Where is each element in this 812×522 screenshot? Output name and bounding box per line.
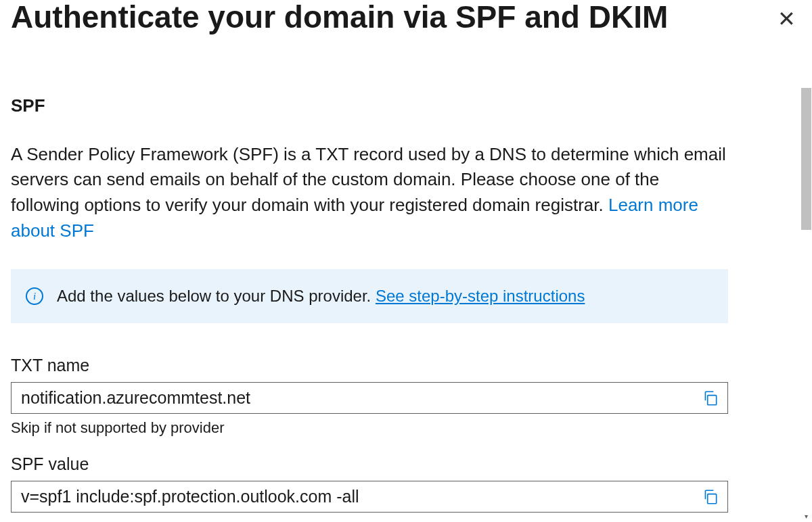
copy-icon bbox=[702, 389, 719, 407]
spf-value-input-row bbox=[11, 481, 728, 513]
spf-description: A Sender Policy Framework (SPF) is a TXT… bbox=[11, 142, 728, 244]
txt-name-field: TXT name Skip if not supported by provid… bbox=[11, 356, 728, 437]
txt-name-input[interactable] bbox=[12, 383, 694, 413]
info-icon: i bbox=[26, 287, 43, 305]
close-button[interactable]: ✕ bbox=[771, 4, 801, 34]
scrollbar-thumb[interactable] bbox=[801, 88, 811, 230]
info-message-content: Add the values below to your DNS provide… bbox=[57, 287, 376, 305]
panel-content: SPF A Sender Policy Framework (SPF) is a… bbox=[11, 95, 728, 513]
spf-value-input[interactable] bbox=[12, 481, 694, 512]
step-by-step-link[interactable]: See step-by-step instructions bbox=[376, 287, 585, 305]
page-title: Authenticate your domain via SPF and DKI… bbox=[11, 0, 668, 34]
info-message-bar: i Add the values below to your DNS provi… bbox=[11, 269, 728, 323]
spf-value-field: SPF value bbox=[11, 454, 728, 513]
copy-txt-name-button[interactable] bbox=[694, 383, 727, 413]
scrollbar-down-arrow[interactable]: ▾ bbox=[801, 511, 811, 522]
txt-name-helper: Skip if not supported by provider bbox=[11, 419, 728, 437]
spf-value-label: SPF value bbox=[11, 454, 728, 474]
copy-spf-value-button[interactable] bbox=[694, 481, 727, 512]
scrollbar-track[interactable]: ▾ bbox=[800, 0, 812, 522]
svg-rect-0 bbox=[708, 396, 717, 405]
txt-name-input-row bbox=[11, 382, 728, 414]
svg-rect-1 bbox=[708, 494, 717, 504]
spf-section-title: SPF bbox=[11, 95, 728, 116]
info-message-text: Add the values below to your DNS provide… bbox=[57, 287, 585, 306]
close-icon: ✕ bbox=[777, 8, 796, 30]
txt-name-label: TXT name bbox=[11, 356, 728, 375]
copy-icon bbox=[702, 488, 719, 506]
panel-header: Authenticate your domain via SPF and DKI… bbox=[11, 0, 801, 34]
